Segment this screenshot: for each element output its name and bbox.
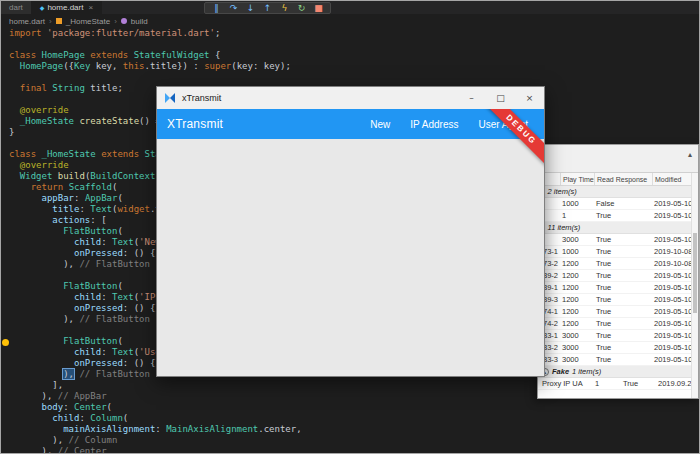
table-cell: 1200 [560, 307, 594, 316]
scrollbar-thumb[interactable] [693, 233, 697, 313]
editor-tabbar: dart ◆ home.dart × [1, 1, 699, 14]
lightbulb-icon[interactable] [2, 339, 9, 346]
pause-button[interactable]: ∥ [208, 3, 225, 14]
table-cell: True [594, 307, 652, 316]
code-line: ), // Center [9, 446, 699, 454]
table-cell: 2019-05-10 [652, 331, 691, 340]
table-cell: 2019-10-08 [652, 247, 691, 256]
results-header: Play TimesRead ResponseModified [538, 173, 691, 186]
column-header[interactable]: Play Times [560, 173, 594, 185]
tab-home-dart[interactable]: ◆ home.dart × [32, 1, 102, 14]
table-cell: True [594, 319, 652, 328]
table-row[interactable]: 539-11200True2019-05-10 [538, 282, 691, 294]
group-header-row[interactable]: ▾2 item(s) [538, 186, 691, 198]
table-row[interactable]: 473-21200True2019-10-08 [538, 258, 691, 270]
table-cell: 3000 [560, 235, 594, 244]
group-header-row[interactable]: ▴Fake1 item(s) [538, 366, 691, 378]
tab-dart[interactable]: dart [1, 1, 32, 14]
table-cell: True [594, 211, 652, 220]
tab-close-icon[interactable]: × [88, 3, 93, 12]
code-line [9, 39, 699, 50]
table-cell: True [594, 295, 652, 304]
breadcrumb-separator: › [114, 17, 117, 26]
table-cell: True [594, 247, 652, 256]
code-line: mainAxisAlignment: MainAxisAlignment.cen… [9, 424, 699, 435]
step-over-button[interactable]: ↷ [225, 3, 242, 14]
table-row[interactable]: 473-11000True2019-10-08 [538, 246, 691, 258]
app-bar: XTransmit NewIP AddressUser Agent [157, 109, 544, 139]
step-out-button[interactable]: ↑ [259, 3, 276, 14]
maximize-button[interactable]: □ [486, 87, 515, 109]
results-body: ▾2 item(s)1000False2019-05-101True2019-0… [538, 186, 691, 398]
results-scrollbar[interactable] [691, 173, 698, 398]
table-cell: True [594, 355, 652, 364]
minimize-button[interactable]: – [457, 87, 486, 109]
column-header[interactable]: Read Response [594, 173, 652, 185]
window-title: xTransmit [182, 93, 221, 103]
table-cell: True [594, 271, 652, 280]
table-row[interactable]: 1True2019-05-10 [538, 210, 691, 222]
table-row[interactable]: 533-23000True2019-05-10 [538, 342, 691, 354]
table-cell: 2019-05-10 [652, 307, 691, 316]
window-controls: – □ × [457, 87, 544, 109]
code-line [9, 72, 699, 83]
debug-toolbar: ∥↷↓↑ϟ↻■ [204, 2, 331, 14]
table-cell: 1000 [560, 199, 594, 208]
group-name: Fake [552, 367, 569, 376]
breadcrumb-item-class[interactable]: _HomeState [66, 17, 110, 26]
table-row[interactable]: 574-11200True2019-05-10 [538, 306, 691, 318]
table-row[interactable]: 574-21200True2019-05-10 [538, 318, 691, 330]
table-row[interactable]: 533-33000True2019-05-10 [538, 354, 691, 366]
table-cell: 1 [593, 379, 621, 388]
screen: dart ◆ home.dart × home.dart › _HomeStat… [0, 0, 700, 454]
table-row[interactable]: 539-21200True2019-05-10 [538, 270, 691, 282]
appbar-action-ip-address[interactable]: IP Address [410, 119, 458, 130]
group-count: 11 item(s) [548, 223, 581, 232]
table-cell: 1 [560, 211, 594, 220]
xtransmit-window: xTransmit – □ × XTransmit NewIP AddressU… [156, 86, 545, 377]
table-cell: Proxy IP UA [538, 379, 593, 388]
table-cell: 2019-05-10 [652, 283, 691, 292]
appbar-action-new[interactable]: New [370, 119, 390, 130]
table-cell: 1000 [560, 247, 594, 256]
code-line: child: Column( [9, 413, 699, 424]
column-header[interactable]: Modified [652, 173, 691, 185]
breadcrumb-item-method[interactable]: build [131, 17, 148, 26]
table-cell: True [621, 379, 656, 388]
app-client-area: XTransmit NewIP AddressUser Agent DEBUG [157, 109, 544, 376]
table-cell: 1200 [560, 259, 594, 268]
table-cell: True [594, 343, 652, 352]
table-cell: True [594, 283, 652, 292]
tab-label: home.dart [47, 3, 83, 12]
table-cell: 1200 [560, 271, 594, 280]
collapse-panel-icon[interactable]: ▴ [688, 150, 692, 159]
table-cell: 2019-05-10 [652, 319, 691, 328]
results-toolbar: ▴ [538, 145, 698, 173]
table-row[interactable]: 1000False2019-05-10 [538, 198, 691, 210]
group-count: 1 item(s) [572, 367, 601, 376]
code-line: body: Center( [9, 402, 699, 413]
group-header-row[interactable]: ▾11 item(s) [538, 222, 691, 234]
table-cell: 3000 [560, 355, 594, 364]
hot-reload-button[interactable]: ϟ [276, 3, 293, 14]
table-cell: 2019-05-10 [652, 343, 691, 352]
table-cell: 1200 [560, 295, 594, 304]
breadcrumb-separator: › [49, 17, 52, 26]
restart-button[interactable]: ↻ [293, 3, 310, 14]
table-cell: 2019-05-10 [652, 199, 691, 208]
stop-button[interactable]: ■ [310, 3, 327, 14]
window-titlebar[interactable]: xTransmit – □ × [157, 87, 544, 109]
table-row[interactable]: 3000True2019-05-10 [538, 234, 691, 246]
breadcrumb-item-file[interactable]: home.dart [9, 17, 45, 26]
table-row[interactable]: 539-31200True2019-05-10 [538, 294, 691, 306]
table-row[interactable]: Proxy IP UA1True2019.09.28 [538, 378, 691, 390]
class-symbol-icon [56, 18, 62, 24]
app-body [157, 139, 544, 376]
table-cell: 2019-05-10 [652, 355, 691, 364]
step-into-button[interactable]: ↓ [242, 3, 259, 14]
table-cell: True [594, 331, 652, 340]
table-cell: 2019-05-10 [652, 235, 691, 244]
table-row[interactable]: 533-13000True2019-05-10 [538, 330, 691, 342]
table-cell: 2019-05-10 [652, 211, 691, 220]
close-button[interactable]: × [515, 87, 544, 109]
